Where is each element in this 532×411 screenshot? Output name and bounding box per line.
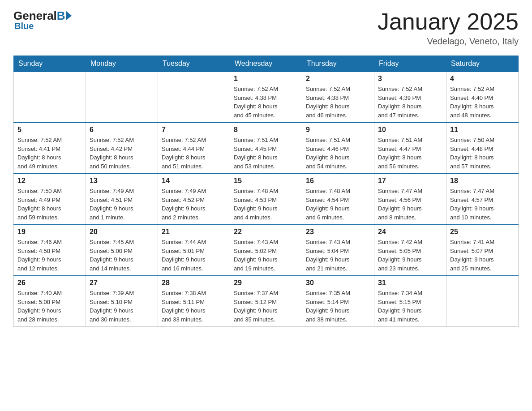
day-number: 8 <box>234 126 298 134</box>
col-thursday: Thursday <box>302 56 374 72</box>
logo-b: B <box>57 9 65 23</box>
calendar-cell: 17Sunrise: 7:47 AMSunset: 4:56 PMDayligh… <box>374 174 446 225</box>
day-info: Sunrise: 7:52 AMSunset: 4:41 PMDaylight:… <box>17 136 82 171</box>
day-number: 20 <box>90 228 154 236</box>
calendar-cell: 20Sunrise: 7:45 AMSunset: 5:00 PMDayligh… <box>86 225 158 276</box>
logo-arrow-icon <box>66 11 72 20</box>
day-info: Sunrise: 7:35 AMSunset: 5:14 PMDaylight:… <box>306 289 370 324</box>
calendar-cell: 8Sunrise: 7:51 AMSunset: 4:45 PMDaylight… <box>230 123 302 174</box>
calendar-week-row: 5Sunrise: 7:52 AMSunset: 4:41 PMDaylight… <box>14 123 519 174</box>
day-number: 13 <box>90 177 154 185</box>
day-number: 9 <box>306 126 370 134</box>
calendar-cell: 18Sunrise: 7:47 AMSunset: 4:57 PMDayligh… <box>446 174 519 225</box>
day-number: 29 <box>234 279 298 287</box>
calendar-week-row: 19Sunrise: 7:46 AMSunset: 4:58 PMDayligh… <box>14 225 519 276</box>
calendar-table: Sunday Monday Tuesday Wednesday Thursday… <box>13 56 519 327</box>
calendar-cell: 25Sunrise: 7:41 AMSunset: 5:07 PMDayligh… <box>446 225 519 276</box>
day-number: 4 <box>450 75 515 83</box>
calendar-cell: 19Sunrise: 7:46 AMSunset: 4:58 PMDayligh… <box>14 225 86 276</box>
day-number: 26 <box>17 279 82 287</box>
col-monday: Monday <box>86 56 158 72</box>
calendar-cell: 11Sunrise: 7:50 AMSunset: 4:48 PMDayligh… <box>446 123 519 174</box>
day-info: Sunrise: 7:44 AMSunset: 5:01 PMDaylight:… <box>162 238 226 273</box>
calendar-cell: 14Sunrise: 7:49 AMSunset: 4:52 PMDayligh… <box>158 174 230 225</box>
day-info: Sunrise: 7:50 AMSunset: 4:49 PMDaylight:… <box>17 187 82 222</box>
day-info: Sunrise: 7:39 AMSunset: 5:10 PMDaylight:… <box>90 289 154 324</box>
day-info: Sunrise: 7:48 AMSunset: 4:53 PMDaylight:… <box>234 187 298 222</box>
calendar-cell: 24Sunrise: 7:42 AMSunset: 5:05 PMDayligh… <box>374 225 446 276</box>
day-info: Sunrise: 7:52 AMSunset: 4:38 PMDaylight:… <box>234 85 298 120</box>
day-number: 22 <box>234 228 298 236</box>
day-info: Sunrise: 7:52 AMSunset: 4:42 PMDaylight:… <box>90 136 154 171</box>
calendar-week-row: 26Sunrise: 7:40 AMSunset: 5:08 PMDayligh… <box>14 276 519 327</box>
page-header: General B Blue January 2025 Vedelago, Ve… <box>13 9 519 47</box>
calendar-cell: 9Sunrise: 7:51 AMSunset: 4:46 PMDaylight… <box>302 123 374 174</box>
day-info: Sunrise: 7:47 AMSunset: 4:56 PMDaylight:… <box>378 187 442 222</box>
calendar-cell: 12Sunrise: 7:50 AMSunset: 4:49 PMDayligh… <box>14 174 86 225</box>
calendar-week-row: 1Sunrise: 7:52 AMSunset: 4:38 PMDaylight… <box>14 72 519 123</box>
calendar-cell: 2Sunrise: 7:52 AMSunset: 4:38 PMDaylight… <box>302 72 374 123</box>
calendar-cell: 13Sunrise: 7:49 AMSunset: 4:51 PMDayligh… <box>86 174 158 225</box>
calendar-cell: 29Sunrise: 7:37 AMSunset: 5:12 PMDayligh… <box>230 276 302 327</box>
calendar-cell: 3Sunrise: 7:52 AMSunset: 4:39 PMDaylight… <box>374 72 446 123</box>
day-number: 15 <box>234 177 298 185</box>
day-info: Sunrise: 7:52 AMSunset: 4:39 PMDaylight:… <box>378 85 442 120</box>
title-block: January 2025 Vedelago, Veneto, Italy <box>378 9 519 47</box>
day-number: 23 <box>306 228 370 236</box>
logo: General B Blue <box>13 9 72 31</box>
day-info: Sunrise: 7:40 AMSunset: 5:08 PMDaylight:… <box>17 289 82 324</box>
day-info: Sunrise: 7:37 AMSunset: 5:12 PMDaylight:… <box>234 289 298 324</box>
day-info: Sunrise: 7:47 AMSunset: 4:57 PMDaylight:… <box>450 187 515 222</box>
day-number: 19 <box>17 228 82 236</box>
day-number: 17 <box>378 177 442 185</box>
day-number: 1 <box>234 75 298 83</box>
day-number: 21 <box>162 228 226 236</box>
day-number: 10 <box>378 126 442 134</box>
calendar-title: January 2025 <box>378 9 519 34</box>
day-info: Sunrise: 7:49 AMSunset: 4:52 PMDaylight:… <box>162 187 226 222</box>
day-info: Sunrise: 7:49 AMSunset: 4:51 PMDaylight:… <box>90 187 154 222</box>
day-info: Sunrise: 7:48 AMSunset: 4:54 PMDaylight:… <box>306 187 370 222</box>
day-info: Sunrise: 7:43 AMSunset: 5:04 PMDaylight:… <box>306 238 370 273</box>
day-info: Sunrise: 7:51 AMSunset: 4:47 PMDaylight:… <box>378 136 442 171</box>
calendar-cell: 30Sunrise: 7:35 AMSunset: 5:14 PMDayligh… <box>302 276 374 327</box>
calendar-cell <box>14 72 86 123</box>
calendar-cell: 28Sunrise: 7:38 AMSunset: 5:11 PMDayligh… <box>158 276 230 327</box>
day-info: Sunrise: 7:51 AMSunset: 4:46 PMDaylight:… <box>306 136 370 171</box>
col-friday: Friday <box>374 56 446 72</box>
day-number: 3 <box>378 75 442 83</box>
day-info: Sunrise: 7:43 AMSunset: 5:02 PMDaylight:… <box>234 238 298 273</box>
calendar-cell: 10Sunrise: 7:51 AMSunset: 4:47 PMDayligh… <box>374 123 446 174</box>
day-number: 25 <box>450 228 515 236</box>
calendar-cell: 16Sunrise: 7:48 AMSunset: 4:54 PMDayligh… <box>302 174 374 225</box>
day-number: 6 <box>90 126 154 134</box>
calendar-cell: 23Sunrise: 7:43 AMSunset: 5:04 PMDayligh… <box>302 225 374 276</box>
day-info: Sunrise: 7:52 AMSunset: 4:38 PMDaylight:… <box>306 85 370 120</box>
calendar-cell: 4Sunrise: 7:52 AMSunset: 4:40 PMDaylight… <box>446 72 519 123</box>
calendar-header-row: Sunday Monday Tuesday Wednesday Thursday… <box>14 56 519 72</box>
day-number: 7 <box>162 126 226 134</box>
day-number: 30 <box>306 279 370 287</box>
day-info: Sunrise: 7:34 AMSunset: 5:15 PMDaylight:… <box>378 289 442 324</box>
calendar-cell: 7Sunrise: 7:52 AMSunset: 4:44 PMDaylight… <box>158 123 230 174</box>
day-number: 24 <box>378 228 442 236</box>
day-info: Sunrise: 7:42 AMSunset: 5:05 PMDaylight:… <box>378 238 442 273</box>
col-saturday: Saturday <box>446 56 519 72</box>
calendar-week-row: 12Sunrise: 7:50 AMSunset: 4:49 PMDayligh… <box>14 174 519 225</box>
calendar-cell: 31Sunrise: 7:34 AMSunset: 5:15 PMDayligh… <box>374 276 446 327</box>
calendar-cell <box>446 276 519 327</box>
calendar-location: Vedelago, Veneto, Italy <box>378 36 519 47</box>
calendar-cell: 5Sunrise: 7:52 AMSunset: 4:41 PMDaylight… <box>14 123 86 174</box>
day-number: 16 <box>306 177 370 185</box>
day-number: 14 <box>162 177 226 185</box>
col-sunday: Sunday <box>14 56 86 72</box>
day-info: Sunrise: 7:52 AMSunset: 4:44 PMDaylight:… <box>162 136 226 171</box>
calendar-cell: 21Sunrise: 7:44 AMSunset: 5:01 PMDayligh… <box>158 225 230 276</box>
day-info: Sunrise: 7:52 AMSunset: 4:40 PMDaylight:… <box>450 85 515 120</box>
logo-blue-text: Blue <box>14 21 34 31</box>
day-info: Sunrise: 7:50 AMSunset: 4:48 PMDaylight:… <box>450 136 515 171</box>
calendar-cell: 6Sunrise: 7:52 AMSunset: 4:42 PMDaylight… <box>86 123 158 174</box>
calendar-cell: 27Sunrise: 7:39 AMSunset: 5:10 PMDayligh… <box>86 276 158 327</box>
col-tuesday: Tuesday <box>158 56 230 72</box>
calendar-cell: 1Sunrise: 7:52 AMSunset: 4:38 PMDaylight… <box>230 72 302 123</box>
